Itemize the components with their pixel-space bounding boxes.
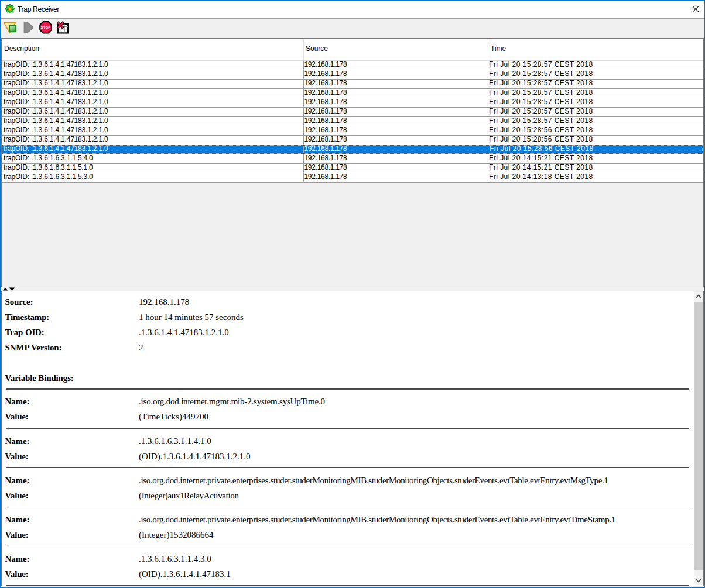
svg-text:STOP: STOP [41,25,51,29]
